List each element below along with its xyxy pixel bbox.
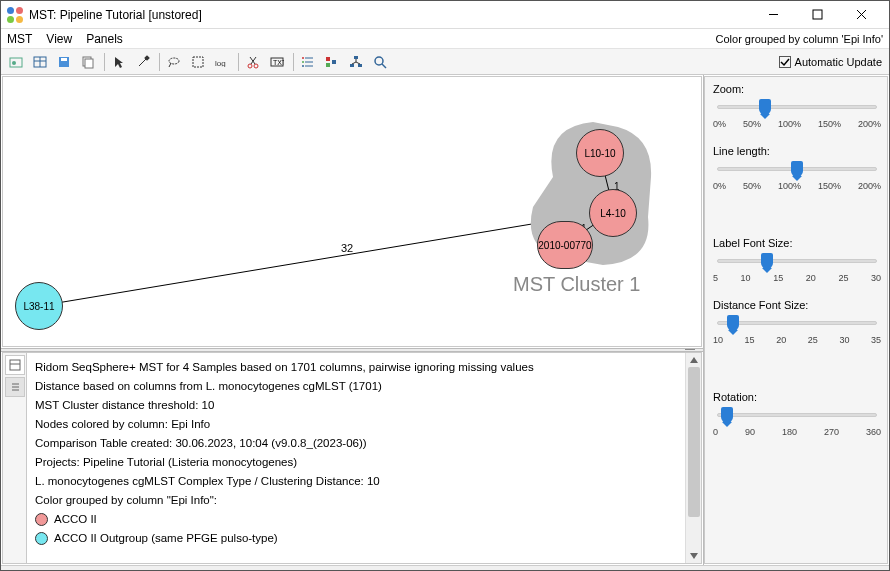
svg-rect-12	[85, 59, 93, 68]
tool-save-icon[interactable]	[53, 51, 75, 73]
info-tab-summary-icon[interactable]	[5, 355, 25, 375]
line-length-slider[interactable]	[717, 163, 877, 177]
window-title: MST: Pipeline Tutorial [unstored]	[29, 8, 751, 22]
svg-line-39	[352, 62, 356, 64]
svg-point-29	[302, 57, 304, 59]
svg-rect-34	[332, 60, 336, 64]
toolbar: log TXT Automatic Update	[1, 49, 889, 75]
tool-cut-icon[interactable]	[242, 51, 264, 73]
svg-line-22	[251, 57, 256, 64]
node-l10-10[interactable]: L10-10	[576, 129, 624, 177]
node-2010-00770[interactable]: 2010-00770	[537, 221, 593, 269]
tool-export-table-icon[interactable]	[29, 51, 51, 73]
auto-update-checkbox[interactable]: Automatic Update	[779, 56, 882, 68]
app-icon	[7, 7, 23, 23]
svg-point-31	[302, 65, 304, 67]
minimize-button[interactable]	[751, 2, 795, 28]
label-font-control: Label Font Size: 51015202530	[713, 237, 881, 283]
statusbar	[1, 565, 889, 570]
info-line: MST Cluster distance threshold: 10	[35, 396, 677, 414]
svg-rect-4	[10, 58, 22, 67]
side-panel: Zoom: 0%50%100%150%200% Line length: 0%5…	[704, 76, 888, 564]
color-grouped-label: Color grouped by column 'Epi Info'	[716, 33, 883, 45]
tool-export-image-icon[interactable]	[5, 51, 27, 73]
svg-rect-36	[350, 64, 354, 67]
svg-rect-35	[354, 56, 358, 59]
distance-font-control: Distance Font Size: 101520253035	[713, 299, 881, 345]
info-line: Nodes colored by column: Epi Info	[35, 415, 677, 433]
zoom-control: Zoom: 0%50%100%150%200%	[713, 83, 881, 129]
svg-line-23	[250, 57, 255, 64]
svg-line-43	[57, 215, 586, 303]
info-line: Ridom SeqSphere+ MST for 4 Samples based…	[35, 358, 677, 376]
body: 1 1 L10-10 L4-10 2010-00770 L38-11 32 MS…	[1, 75, 889, 565]
line-length-control: Line length: 0%50%100%150%200%	[713, 145, 881, 191]
tool-search-icon[interactable]	[369, 51, 391, 73]
svg-line-17	[169, 63, 171, 67]
tool-select-icon[interactable]	[108, 51, 130, 73]
menu-mst[interactable]: MST	[7, 32, 32, 46]
tool-tree-icon[interactable]	[345, 51, 367, 73]
tool-copy-icon[interactable]	[77, 51, 99, 73]
horizontal-splitter[interactable]	[1, 348, 703, 352]
legend-swatch-cyan	[35, 532, 48, 545]
tool-list-icon[interactable]	[297, 51, 319, 73]
tool-text-icon[interactable]: TXT	[266, 51, 288, 73]
info-tab-details-icon[interactable]	[5, 377, 25, 397]
svg-point-41	[375, 57, 383, 65]
info-line: Color grouped by column "Epi Info":	[35, 491, 677, 509]
menubar: MST View Panels Color grouped by column …	[1, 29, 889, 49]
svg-rect-33	[326, 63, 330, 67]
svg-text:log: log	[215, 59, 226, 67]
scroll-down-icon[interactable]	[689, 551, 699, 561]
svg-line-42	[382, 64, 386, 68]
rotation-control: Rotation: 090180270360	[713, 391, 881, 437]
scroll-up-icon[interactable]	[689, 355, 699, 365]
svg-rect-32	[326, 57, 330, 61]
legend-swatch-pink	[35, 513, 48, 526]
svg-rect-48	[10, 360, 20, 370]
tool-lasso-icon[interactable]	[163, 51, 185, 73]
main-area: 1 1 L10-10 L4-10 2010-00770 L38-11 32 MS…	[1, 75, 704, 565]
tool-layers-icon[interactable]	[321, 51, 343, 73]
rotation-slider[interactable]	[717, 409, 877, 423]
edge-distance-label: 32	[341, 242, 353, 254]
info-line: Distance based on columns from L. monocy…	[35, 377, 677, 395]
info-scrollbar[interactable]	[685, 353, 701, 563]
zoom-slider[interactable]	[717, 101, 877, 115]
distance-font-slider[interactable]	[717, 317, 877, 331]
legend-item: ACCO II Outgroup (same PFGE pulso-type)	[35, 529, 677, 547]
svg-point-5	[12, 61, 16, 65]
node-l4-10[interactable]: L4-10	[589, 189, 637, 237]
svg-text:TXT: TXT	[273, 59, 284, 66]
menu-panels[interactable]: Panels	[86, 32, 123, 46]
info-content: Ridom SeqSphere+ MST for 4 Samples based…	[27, 353, 685, 563]
app-window: MST: Pipeline Tutorial [unstored] MST Vi…	[0, 0, 890, 571]
info-line: Projects: Pipeline Tutorial (Listeria mo…	[35, 453, 677, 471]
cluster-label: MST Cluster 1	[513, 273, 640, 296]
tool-log-icon[interactable]: log	[211, 51, 233, 73]
legend-item: ACCO II	[35, 510, 677, 528]
svg-point-20	[248, 64, 252, 68]
svg-marker-53	[690, 357, 698, 363]
svg-marker-13	[115, 57, 123, 68]
svg-marker-54	[690, 553, 698, 559]
svg-rect-10	[61, 58, 67, 61]
svg-point-21	[254, 64, 258, 68]
info-line: L. monocytogenes cgMLST Complex Type / C…	[35, 472, 677, 490]
label-font-slider[interactable]	[717, 255, 877, 269]
tool-dropper-icon[interactable]	[132, 51, 154, 73]
svg-rect-18	[193, 57, 203, 67]
close-button[interactable]	[839, 2, 883, 28]
tool-rect-select-icon[interactable]	[187, 51, 209, 73]
node-l38-11[interactable]: L38-11	[15, 282, 63, 330]
auto-update-label: Automatic Update	[795, 56, 882, 68]
info-line: Comparison Table created: 30.06.2023, 10…	[35, 434, 677, 452]
maximize-button[interactable]	[795, 2, 839, 28]
info-panel: Ridom SeqSphere+ MST for 4 Samples based…	[2, 352, 702, 564]
svg-point-30	[302, 61, 304, 63]
menu-view[interactable]: View	[46, 32, 72, 46]
mst-canvas[interactable]: 1 1 L10-10 L4-10 2010-00770 L38-11 32 MS…	[2, 76, 702, 347]
scroll-thumb[interactable]	[688, 367, 700, 517]
svg-rect-37	[358, 64, 362, 67]
